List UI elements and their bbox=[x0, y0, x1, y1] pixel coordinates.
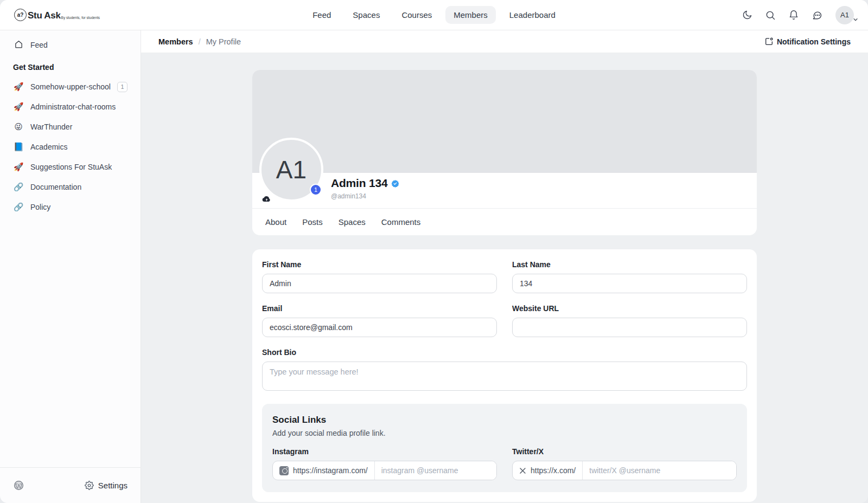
instagram-group: Instagram https://instagram.com/ bbox=[272, 447, 497, 480]
sidebar-item-label: Documentation bbox=[30, 183, 127, 191]
rocket-icon: 🚀 bbox=[13, 162, 24, 172]
sidebar-item-suggestions[interactable]: 🚀 Suggestions For StuAsk bbox=[13, 159, 127, 175]
email-group: Email bbox=[262, 304, 497, 337]
sidebar-section-title: Get Started bbox=[13, 63, 127, 72]
wordpress-icon[interactable] bbox=[13, 480, 24, 491]
website-url-field[interactable] bbox=[512, 318, 747, 337]
social-links-section: Social Links Add your social media profi… bbox=[262, 404, 747, 492]
first-name-group: First Name bbox=[262, 260, 497, 293]
profile-tabs: About Posts Spaces Comments bbox=[252, 208, 757, 235]
breadcrumb: Members / My Profile bbox=[158, 37, 241, 46]
sidebar-item-label: Feed bbox=[30, 41, 127, 49]
app-window: a? Stu Ask By students, for students Fee… bbox=[0, 0, 868, 503]
sidebar-item-label: Administrator-chat-rooms bbox=[30, 102, 127, 111]
nav-item-feed[interactable]: Feed bbox=[304, 6, 339, 24]
upload-cloud-icon[interactable] bbox=[262, 195, 271, 204]
messages-chat-icon[interactable] bbox=[811, 9, 823, 21]
main-area: Members / My Profile Notification Settin… bbox=[141, 30, 868, 503]
user-menu[interactable]: A1 bbox=[835, 6, 854, 24]
short-bio-field[interactable] bbox=[262, 362, 747, 391]
instagram-prefix: https://instagram.com/ bbox=[273, 461, 375, 480]
notification-settings-icon bbox=[765, 37, 773, 46]
nav-item-members[interactable]: Members bbox=[445, 6, 496, 24]
link-icon: 🔗 bbox=[13, 182, 24, 192]
instagram-icon bbox=[279, 466, 289, 475]
notifications-bell-icon[interactable] bbox=[788, 9, 800, 21]
app-logo[interactable]: a? Stu Ask By students, for students bbox=[14, 9, 100, 21]
tab-posts[interactable]: Posts bbox=[302, 217, 323, 227]
short-bio-group: Short Bio bbox=[262, 348, 747, 393]
sidebar-item-documentation[interactable]: 🔗 Documentation bbox=[13, 179, 127, 195]
twitter-input-group: https://x.com/ bbox=[512, 461, 737, 480]
notification-settings-label: Notification Settings bbox=[777, 37, 851, 46]
first-name-field[interactable] bbox=[262, 274, 497, 293]
twitter-url-prefix: https://x.com/ bbox=[531, 466, 576, 475]
instagram-username-field[interactable] bbox=[375, 461, 496, 480]
main-nav: Feed Spaces Courses Members Leaderboard bbox=[304, 6, 564, 24]
profile-avatar-wrap: A1 1 bbox=[259, 138, 323, 202]
rocket-icon: 🚀 bbox=[13, 82, 24, 92]
twitter-prefix: https://x.com/ bbox=[513, 461, 583, 480]
gear-icon bbox=[85, 481, 94, 490]
email-label: Email bbox=[262, 304, 497, 313]
dark-mode-moon-icon[interactable] bbox=[741, 9, 753, 21]
link-icon: 🔗 bbox=[13, 202, 24, 212]
first-name-label: First Name bbox=[262, 260, 497, 269]
instagram-input-group: https://instagram.com/ bbox=[272, 461, 497, 480]
profile-form-card: First Name Last Name Email Website bbox=[252, 249, 757, 502]
last-name-field[interactable] bbox=[512, 274, 747, 293]
breadcrumb-separator: / bbox=[199, 37, 201, 46]
logo-tagline: By students, for students bbox=[61, 16, 100, 20]
tab-spaces[interactable]: Spaces bbox=[339, 217, 366, 227]
last-name-label: Last Name bbox=[512, 260, 747, 269]
sidebar-item-label: Policy bbox=[30, 203, 127, 211]
notification-settings-button[interactable]: Notification Settings bbox=[765, 37, 851, 46]
settings-button[interactable]: Settings bbox=[85, 481, 127, 490]
tab-about[interactable]: About bbox=[265, 217, 286, 227]
page-content: A1 1 Admin 134 bbox=[141, 53, 868, 503]
nav-item-leaderboard[interactable]: Leaderboard bbox=[501, 6, 564, 24]
avatar: A1 bbox=[835, 6, 854, 24]
home-icon bbox=[13, 40, 24, 50]
website-url-label: Website URL bbox=[512, 304, 747, 313]
twitter-username-field[interactable] bbox=[583, 461, 736, 480]
logo-mark-icon: a? bbox=[14, 9, 27, 21]
tab-comments[interactable]: Comments bbox=[381, 217, 421, 227]
level-badge: 1 bbox=[310, 184, 322, 196]
rocket-icon: 🚀 bbox=[13, 102, 24, 112]
social-links-subtitle: Add your social media profile link. bbox=[272, 429, 737, 437]
verified-badge-icon bbox=[391, 179, 399, 188]
sidebar-item-label: Academics bbox=[30, 143, 127, 151]
nav-item-spaces[interactable]: Spaces bbox=[344, 6, 388, 24]
twitter-group: Twitter/X https://x.com/ bbox=[512, 447, 737, 480]
sidebar-item-warthunder[interactable]: 😜 WarThunder bbox=[13, 119, 127, 135]
sidebar-footer: Settings bbox=[0, 467, 141, 503]
profile-name: Admin 134 bbox=[331, 177, 387, 190]
sidebar-item-label: Somehow-upper-school bbox=[30, 82, 117, 91]
logo-name: Stu Ask bbox=[28, 10, 61, 21]
sidebar-item-somehow-upper-school[interactable]: 🚀 Somehow-upper-school 1 bbox=[13, 79, 127, 95]
sidebar-item-feed[interactable]: Feed bbox=[13, 37, 127, 53]
sidebar: Feed Get Started 🚀 Somehow-upper-school … bbox=[0, 30, 141, 503]
sidebar-item-administrator-chat-rooms[interactable]: 🚀 Administrator-chat-rooms bbox=[13, 99, 127, 115]
nav-item-courses[interactable]: Courses bbox=[393, 6, 440, 24]
breadcrumb-bar: Members / My Profile Notification Settin… bbox=[141, 30, 868, 53]
instagram-label: Instagram bbox=[272, 447, 497, 456]
sidebar-item-academics[interactable]: 📘 Academics bbox=[13, 139, 127, 155]
chevron-down-icon bbox=[853, 15, 858, 24]
search-icon[interactable] bbox=[764, 9, 776, 21]
email-field[interactable] bbox=[262, 318, 497, 337]
sidebar-item-policy[interactable]: 🔗 Policy bbox=[13, 199, 127, 215]
sidebar-item-label: WarThunder bbox=[30, 122, 127, 131]
winking-face-icon: 😜 bbox=[13, 122, 24, 132]
profile-username: @admin134 bbox=[331, 192, 399, 200]
x-icon bbox=[519, 467, 526, 474]
top-navbar: a? Stu Ask By students, for students Fee… bbox=[0, 0, 868, 30]
book-icon: 📘 bbox=[13, 142, 24, 152]
breadcrumb-members[interactable]: Members bbox=[158, 37, 193, 46]
unread-count-badge: 1 bbox=[117, 82, 127, 92]
last-name-group: Last Name bbox=[512, 260, 747, 293]
social-links-title: Social Links bbox=[272, 415, 737, 425]
settings-label: Settings bbox=[98, 481, 127, 490]
instagram-url-prefix: https://instagram.com/ bbox=[293, 466, 368, 475]
